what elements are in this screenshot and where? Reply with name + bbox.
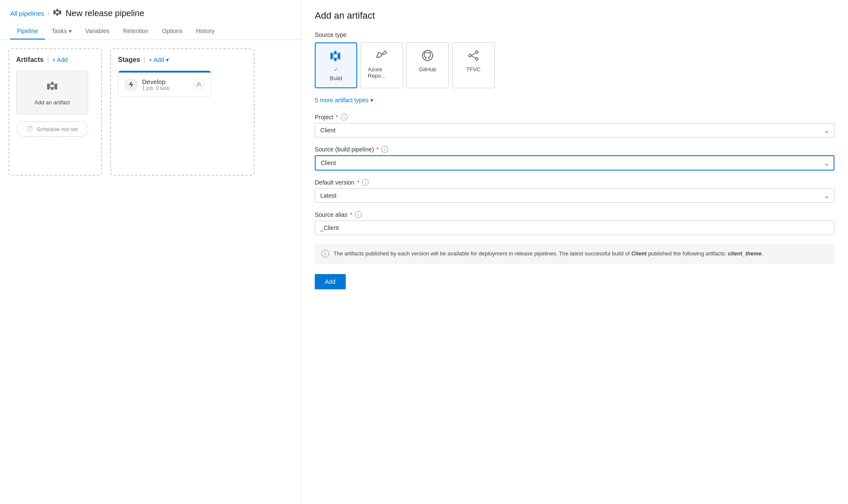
artifact-type-build[interactable]: ✓ Build — [315, 42, 357, 88]
tab-pipeline[interactable]: Pipeline — [10, 23, 45, 39]
tab-tasks[interactable]: Tasks ▾ — [45, 23, 78, 39]
tab-options[interactable]: Options — [155, 23, 189, 39]
source-select-wrapper: Client — [315, 155, 834, 171]
svg-rect-2 — [56, 13, 58, 16]
nav-tabs: Pipeline Tasks ▾ Variables Retention Opt… — [0, 23, 301, 40]
stage-info: Develop 1 job, 0 task — [142, 78, 189, 91]
breadcrumb: All pipelines › New release pipeline — [0, 0, 301, 23]
project-group: Project * i Client — [315, 114, 834, 137]
svg-line-30 — [471, 56, 476, 59]
stage-name: Develop — [142, 78, 189, 85]
default-version-label: Default version — [315, 179, 354, 186]
schedule-label: Schedule not set — [37, 126, 78, 132]
svg-line-23 — [336, 53, 338, 56]
svg-line-7 — [58, 12, 59, 14]
clock-icon: ⏱ — [27, 125, 34, 133]
pipeline-icon — [53, 8, 62, 19]
stage-user-icon[interactable] — [193, 78, 205, 90]
all-pipelines-link[interactable]: All pipelines — [10, 10, 44, 17]
project-info-icon[interactable]: i — [341, 114, 347, 120]
stages-add-dropdown-icon: ▾ — [166, 56, 169, 63]
source-required-star: * — [376, 146, 378, 153]
svg-line-4 — [55, 10, 56, 12]
source-type-group: Source type ✓ Build — [315, 31, 834, 88]
info-box-artifact-name: client_theme — [728, 250, 761, 257]
svg-point-27 — [476, 51, 478, 53]
source-alias-label: Source alias — [315, 211, 347, 218]
info-box-bold-client: Client — [631, 250, 646, 257]
source-alias-input[interactable] — [315, 221, 834, 235]
svg-line-6 — [58, 10, 59, 12]
svg-point-26 — [469, 54, 471, 57]
project-label: Project — [315, 114, 333, 120]
source-alias-group: Source alias * i — [315, 211, 834, 235]
svg-rect-9 — [51, 82, 53, 85]
right-panel: Add an artifact Source type — [301, 0, 848, 504]
svg-line-24 — [336, 56, 338, 59]
github-label: GitHub — [419, 66, 436, 73]
svg-line-29 — [471, 53, 476, 56]
default-version-info-icon[interactable]: i — [362, 179, 369, 186]
source-group: Source (build pipeline) * i Client — [315, 146, 834, 171]
svg-rect-1 — [56, 9, 58, 11]
svg-line-5 — [55, 12, 56, 14]
github-icon — [421, 49, 434, 64]
artifacts-add-button[interactable]: + Add — [52, 56, 67, 63]
info-box: i The artifacts published by each versio… — [315, 244, 834, 264]
artifacts-label: Artifacts — [16, 56, 44, 64]
artifact-card[interactable]: Add an artifact — [16, 70, 88, 115]
default-version-select-wrapper: Latest — [315, 188, 834, 203]
tab-retention[interactable]: Retention — [116, 23, 155, 39]
azure-repos-label: Azure Repo... — [368, 66, 396, 79]
source-alias-info-icon[interactable]: i — [355, 211, 362, 218]
more-artifact-types-link[interactable]: 5 more artifact types ▾ — [315, 97, 834, 104]
svg-point-28 — [476, 58, 478, 60]
breadcrumb-chevron: › — [48, 10, 49, 17]
svg-line-14 — [53, 84, 55, 87]
svg-rect-3 — [59, 10, 61, 14]
source-alias-required-star: * — [350, 211, 352, 218]
svg-rect-18 — [334, 51, 336, 54]
stage-icon — [124, 78, 138, 91]
project-select[interactable]: Client — [315, 123, 834, 137]
default-version-select[interactable]: Latest — [315, 188, 834, 203]
build-icon — [329, 49, 343, 64]
artifact-types: ✓ Build Azure Repo... — [315, 42, 834, 88]
pipeline-canvas: Artifacts | + Add — [0, 40, 301, 504]
tasks-dropdown-icon: ▾ — [69, 28, 72, 34]
artifacts-section: Artifacts | + Add — [8, 48, 102, 176]
stage-card[interactable]: Develop 1 job, 0 task — [118, 70, 211, 97]
stages-label: Stages — [118, 56, 140, 64]
svg-rect-8 — [47, 84, 50, 90]
stages-section: Stages | + Add ▾ — [110, 48, 255, 176]
artifact-type-tfvc[interactable]: TFVC — [452, 42, 495, 88]
tfvc-icon — [467, 49, 480, 64]
source-info-icon[interactable]: i — [381, 146, 388, 153]
artifact-card-label: Add an artifact — [34, 99, 70, 106]
panel-title: Add an artifact — [315, 10, 834, 21]
default-version-required-star: * — [357, 179, 359, 186]
pipeline-title: New release pipeline — [65, 8, 144, 18]
stages-add-button[interactable]: + Add ▾ — [149, 56, 169, 63]
artifact-type-github[interactable]: GitHub — [406, 42, 449, 88]
schedule-box[interactable]: ⏱ Schedule not set — [16, 121, 88, 137]
build-check-icon: ✓ — [334, 67, 338, 73]
svg-rect-17 — [330, 53, 333, 59]
source-select[interactable]: Client — [315, 155, 834, 171]
svg-rect-0 — [53, 10, 55, 14]
tab-variables[interactable]: Variables — [78, 23, 116, 39]
tab-history[interactable]: History — [189, 23, 221, 39]
svg-rect-19 — [334, 58, 336, 61]
project-required-star: * — [336, 114, 338, 120]
tfvc-label: TFVC — [466, 66, 481, 73]
svg-rect-20 — [338, 53, 340, 59]
more-types-chevron-icon: ▾ — [370, 97, 373, 104]
default-version-group: Default version * i Latest — [315, 179, 834, 203]
svg-line-22 — [333, 56, 334, 59]
add-artifact-button[interactable]: Add — [315, 274, 346, 289]
info-box-text: The artifacts published by each version … — [333, 249, 763, 258]
azure-repos-icon — [375, 49, 389, 64]
artifact-type-azure-repos[interactable]: Azure Repo... — [361, 42, 403, 88]
info-box-icon: i — [322, 250, 329, 258]
svg-rect-11 — [55, 84, 57, 90]
